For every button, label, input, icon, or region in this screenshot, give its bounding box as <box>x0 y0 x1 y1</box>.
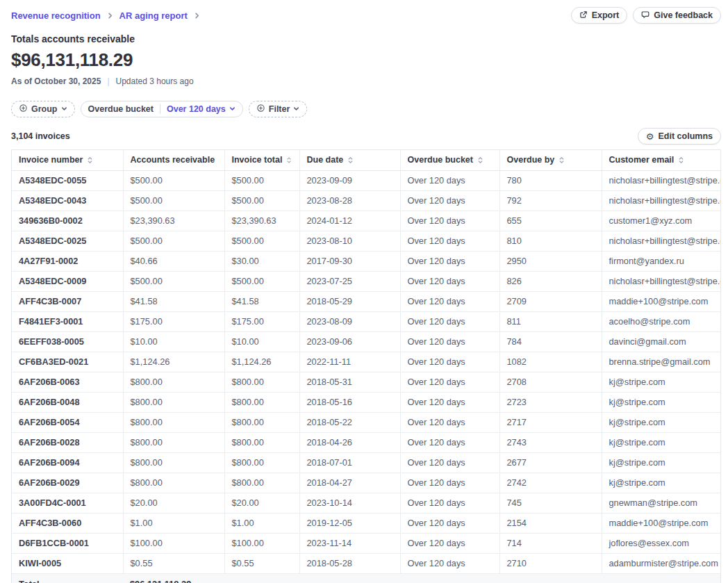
cell-invoice-number: 6AF206B-0048 <box>12 392 123 412</box>
cell-invoice-number: A5348EDC-0055 <box>12 170 123 190</box>
breadcrumb-ar-aging-report[interactable]: AR aging report <box>119 10 188 21</box>
overdue-bucket-chip[interactable]: Overdue bucket Over 120 days <box>81 101 243 117</box>
column-header-overdue-by[interactable]: Overdue by <box>499 150 602 170</box>
table-row[interactable]: AFF4C3B-0007$41.58$41.582018-05-29Over 1… <box>12 291 720 311</box>
cell-invoice-total: $500.00 <box>224 231 299 251</box>
cell-due-date: 2019-12-05 <box>299 513 400 533</box>
filter-chip[interactable]: Filter <box>249 101 308 117</box>
cell-customer-email: joflores@essex.com <box>602 533 720 553</box>
cell-overdue-by: 2950 <box>499 251 602 271</box>
invoice-table-body: A5348EDC-0055$500.00$500.002023-09-09Ove… <box>12 170 720 573</box>
meta-divider: | <box>107 76 109 86</box>
cell-overdue-bucket: Over 120 days <box>400 170 499 190</box>
cell-invoice-number: A5348EDC-0025 <box>12 231 123 251</box>
overdue-bucket-chip-label: Overdue bucket <box>88 104 154 114</box>
plus-circle-icon <box>19 104 28 115</box>
cell-overdue-bucket: Over 120 days <box>400 452 499 473</box>
cell-overdue-by: 792 <box>499 190 602 211</box>
cell-accounts-receivable: $500.00 <box>123 170 224 190</box>
cell-accounts-receivable: $1.00 <box>123 513 224 533</box>
column-header-due-date[interactable]: Due date <box>299 150 400 170</box>
filter-chip-label: Filter <box>269 104 290 114</box>
cell-invoice-total: $175.00 <box>224 311 299 331</box>
group-chip[interactable]: Group <box>11 101 75 117</box>
table-row[interactable]: A5348EDC-0043$500.00$500.002023-08-28Ove… <box>12 190 720 211</box>
table-row[interactable]: KIWI-0005$0.55$0.552018-05-28Over 120 da… <box>12 553 720 573</box>
cell-invoice-number: 6AF206B-0094 <box>12 452 123 473</box>
table-row[interactable]: F4841EF3-0001$175.00$175.002023-08-09Ove… <box>12 311 720 331</box>
table-row[interactable]: 349636B0-0002$23,390.63$23,390.632024-01… <box>12 211 720 231</box>
cell-due-date: 2018-05-28 <box>299 553 400 573</box>
table-row[interactable]: D6FB1CCB-0001$100.00$100.002023-11-14Ove… <box>12 533 720 553</box>
give-feedback-button[interactable]: Give feedback <box>633 7 721 24</box>
table-row[interactable]: AFF4C3B-0060$1.00$1.002019-12-05Over 120… <box>12 513 720 533</box>
cell-invoice-number: KIWI-0005 <box>12 553 123 573</box>
export-button[interactable]: Export <box>571 7 628 24</box>
cell-customer-email: kj@stripe.com <box>602 432 720 452</box>
cell-accounts-receivable: $40.66 <box>123 251 224 271</box>
edit-columns-button[interactable]: ⚙ Edit columns <box>638 128 721 145</box>
cell-customer-email: nicholasr+billingtest@stripe.com <box>602 190 720 211</box>
table-row[interactable]: 6AF206B-0028$800.00$800.002018-04-26Over… <box>12 432 720 452</box>
table-row[interactable]: 4A27F91-0002$40.66$30.002017-09-30Over 1… <box>12 251 720 271</box>
cell-customer-email: kj@stripe.com <box>602 473 720 493</box>
cell-customer-email: maddie+100@stripe.com <box>602 291 720 311</box>
table-row[interactable]: 3A00FD4C-0001$20.00$20.002023-10-14Over … <box>12 493 720 513</box>
table-row[interactable]: A5348EDC-0009$500.00$500.002023-07-25Ove… <box>12 271 720 291</box>
summary-meta: As of October 30, 2025 | Updated 3 hours… <box>11 76 717 86</box>
sort-icon <box>286 156 292 164</box>
cell-invoice-number: 6AF206B-0054 <box>12 412 123 432</box>
cell-customer-email: davinci@gmail.com <box>602 331 720 352</box>
cell-invoice-total: $0.55 <box>224 553 299 573</box>
table-footer: Total $96,131,118.29 <box>12 573 720 583</box>
cell-accounts-receivable: $175.00 <box>123 311 224 331</box>
table-row[interactable]: CF6BA3ED-0021$1,124.26$1,124.262022-11-1… <box>12 352 720 372</box>
cell-overdue-bucket: Over 120 days <box>400 493 499 513</box>
cell-due-date: 2023-09-06 <box>299 331 400 352</box>
cell-overdue-bucket: Over 120 days <box>400 271 499 291</box>
ar-aging-report-page: Revenue recognition AR aging report Expo… <box>0 0 728 583</box>
cell-invoice-total: $800.00 <box>224 412 299 432</box>
table-row[interactable]: A5348EDC-0055$500.00$500.002023-09-09Ove… <box>12 170 720 190</box>
column-header-invoice-number[interactable]: Invoice number <box>12 150 123 170</box>
table-row[interactable]: 6AF206B-0048$800.00$800.002018-05-16Over… <box>12 392 720 412</box>
table-row[interactable]: A5348EDC-0025$500.00$500.002023-08-10Ove… <box>12 231 720 251</box>
table-row[interactable]: 6AF206B-0054$800.00$800.002018-05-22Over… <box>12 412 720 432</box>
cell-due-date: 2023-08-09 <box>299 311 400 331</box>
cell-invoice-total: $10.00 <box>224 331 299 352</box>
column-header-customer-email[interactable]: Customer email <box>602 150 720 170</box>
column-header-invoice-total[interactable]: Invoice total <box>224 150 299 170</box>
cell-invoice-total: $1.00 <box>224 513 299 533</box>
cell-accounts-receivable: $1,124.26 <box>123 352 224 372</box>
cell-customer-email: acoelho@stripe.com <box>602 311 720 331</box>
cell-overdue-bucket: Over 120 days <box>400 432 499 452</box>
cell-customer-email: maddie+100@stripe.com <box>602 513 720 533</box>
gear-icon: ⚙ <box>646 132 654 141</box>
column-header-overdue-bucket[interactable]: Overdue bucket <box>400 150 499 170</box>
cell-accounts-receivable: $800.00 <box>123 432 224 452</box>
table-row[interactable]: 6AF206B-0063$800.00$800.002018-05-31Over… <box>12 372 720 392</box>
cell-overdue-by: 1082 <box>499 352 602 372</box>
cell-overdue-bucket: Over 120 days <box>400 392 499 412</box>
cell-due-date: 2018-04-27 <box>299 473 400 493</box>
table-row[interactable]: 6AF206B-0029$800.00$800.002018-04-27Over… <box>12 473 720 493</box>
cell-overdue-by: 2742 <box>499 473 602 493</box>
table-row[interactable]: 6EEFF038-0005$10.00$10.002023-09-06Over … <box>12 331 720 352</box>
cell-accounts-receivable: $23,390.63 <box>123 211 224 231</box>
breadcrumb-revenue-recognition[interactable]: Revenue recognition <box>11 10 101 21</box>
cell-due-date: 2018-07-01 <box>299 452 400 473</box>
cell-invoice-number: F4841EF3-0001 <box>12 311 123 331</box>
column-header-accounts-receivable[interactable]: Accounts receivable <box>123 150 224 170</box>
cell-accounts-receivable: $20.00 <box>123 493 224 513</box>
cell-customer-email: brenna.stripe@gmail.com <box>602 352 720 372</box>
cell-due-date: 2023-10-14 <box>299 493 400 513</box>
cell-due-date: 2023-09-09 <box>299 170 400 190</box>
cell-overdue-by: 2710 <box>499 553 602 573</box>
cell-due-date: 2017-09-30 <box>299 251 400 271</box>
chevron-right-icon <box>194 13 200 19</box>
table-row[interactable]: 6AF206B-0094$800.00$800.002018-07-01Over… <box>12 452 720 473</box>
cell-invoice-number: AFF4C3B-0060 <box>12 513 123 533</box>
cell-overdue-by: 2717 <box>499 412 602 432</box>
cell-overdue-bucket: Over 120 days <box>400 291 499 311</box>
page-title: Totals accounts receivable <box>11 33 717 44</box>
